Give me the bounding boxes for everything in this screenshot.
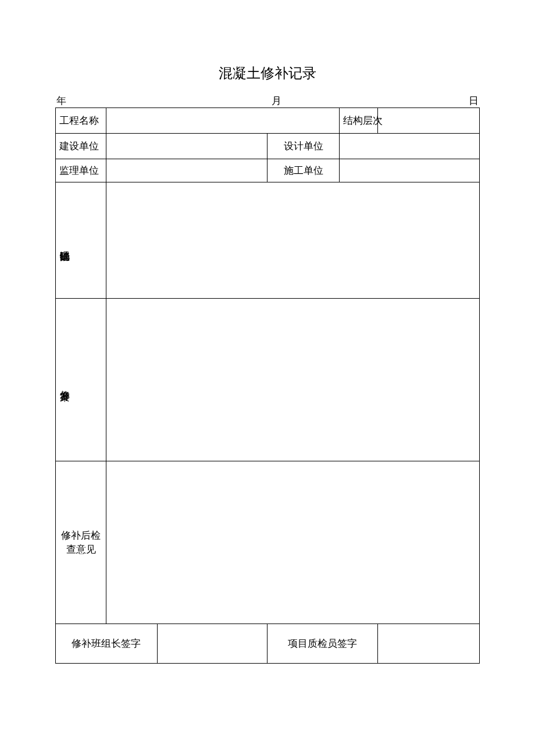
table-row: 建设单位 设计单位	[56, 134, 480, 159]
page-title: 混凝土修补记录	[55, 64, 480, 83]
repair-plan-label: 修补方案	[56, 299, 106, 461]
defect-label: 砼缺陷情况	[56, 182, 106, 299]
structure-level-value	[378, 108, 480, 134]
construct-unit-label: 施工单位	[268, 159, 340, 182]
structure-level-label: 结构层次	[340, 108, 378, 134]
date-day: 日	[467, 94, 479, 108]
project-name-value	[106, 108, 340, 134]
table-row: 工程名称 结构层次	[56, 108, 480, 134]
form-table: 工程名称 结构层次 建设单位 设计单位 监理单位 施工单位 砼缺陷情况 修补方案…	[55, 108, 480, 664]
date-month: 月	[85, 94, 467, 108]
supervise-unit-label: 监理单位	[56, 159, 106, 182]
table-row: 修补班组长签字 项目质检员签字	[56, 624, 480, 664]
design-unit-value	[340, 134, 480, 159]
post-inspect-label: 修补后检查意见	[56, 461, 106, 624]
inspector-sig-value	[378, 624, 480, 664]
team-leader-sig-value	[157, 624, 268, 664]
design-unit-label: 设计单位	[268, 134, 340, 159]
table-row: 修补方案	[56, 299, 480, 461]
repair-plan-value	[106, 299, 480, 461]
inspector-sig-label: 项目质检员签字	[268, 624, 378, 664]
defect-value	[106, 182, 480, 299]
date-year: 年	[56, 94, 85, 108]
post-inspect-value	[106, 461, 480, 624]
supervise-unit-value	[106, 159, 268, 182]
table-row: 监理单位 施工单位	[56, 159, 480, 182]
project-name-label: 工程名称	[56, 108, 106, 134]
build-unit-value	[106, 134, 268, 159]
build-unit-label: 建设单位	[56, 134, 106, 159]
table-row: 砼缺陷情况	[56, 182, 480, 299]
team-leader-sig-label: 修补班组长签字	[56, 624, 158, 664]
construct-unit-value	[340, 159, 480, 182]
date-line: 年 月 日	[55, 94, 480, 108]
table-row: 修补后检查意见	[56, 461, 480, 624]
